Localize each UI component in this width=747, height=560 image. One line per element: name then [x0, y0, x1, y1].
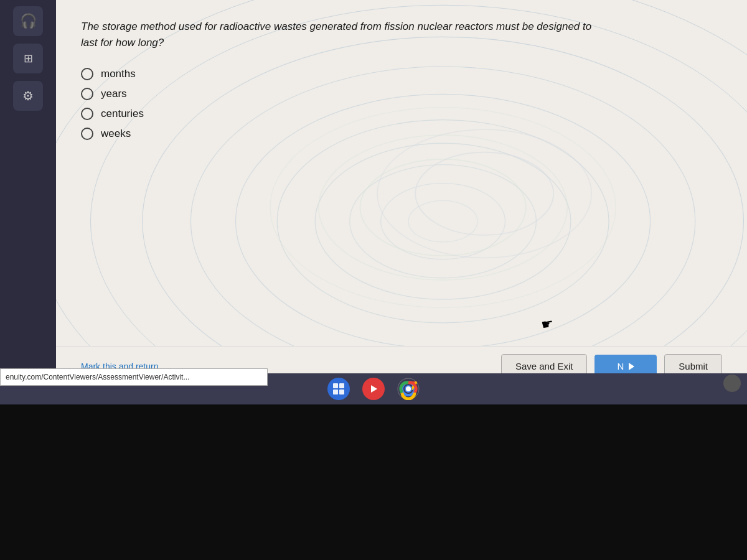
chrome-taskbar-icon[interactable]	[397, 378, 420, 400]
svg-rect-15	[333, 383, 338, 388]
next-label: N	[617, 361, 624, 371]
blue-app-icon	[332, 382, 345, 396]
option-years-label: years	[101, 88, 127, 100]
option-months[interactable]: months	[81, 68, 722, 80]
red-play-taskbar-icon[interactable]	[362, 378, 385, 400]
radio-centuries[interactable]	[81, 108, 93, 120]
option-centuries-label: centuries	[101, 108, 144, 120]
svg-point-11	[319, 135, 568, 280]
question-content: The storage method used for radioactive …	[81, 19, 722, 140]
svg-point-13	[415, 152, 553, 235]
svg-point-1	[381, 184, 505, 259]
svg-marker-19	[371, 385, 377, 393]
content-area: The storage method used for radioactive …	[56, 0, 747, 346]
bottom-right-control[interactable]	[723, 375, 741, 392]
option-years[interactable]: years	[81, 88, 722, 100]
left-sidebar: 🎧 ⊞ ⚙	[0, 0, 56, 386]
question-text: The storage method used for radioactive …	[81, 19, 610, 50]
svg-point-23	[406, 386, 411, 391]
option-months-label: months	[101, 68, 136, 80]
option-centuries[interactable]: centuries	[81, 108, 722, 120]
main-window: The storage method used for radioactive …	[56, 0, 747, 386]
option-weeks-label: weeks	[101, 128, 131, 140]
radio-weeks[interactable]	[81, 128, 93, 140]
url-bar: enuity.com/ContentViewers/AssessmentView…	[0, 368, 268, 386]
headphone-icon[interactable]: 🎧	[13, 6, 43, 36]
options-list: months years centuries weeks	[81, 68, 722, 140]
next-arrow-icon	[629, 363, 634, 370]
svg-point-4	[277, 120, 609, 323]
option-weeks[interactable]: weeks	[81, 128, 722, 140]
svg-rect-18	[339, 390, 344, 394]
play-icon	[368, 383, 379, 394]
svg-point-3	[315, 143, 571, 299]
svg-point-2	[350, 165, 537, 278]
svg-rect-16	[339, 383, 344, 388]
url-text: enuity.com/ContentViewers/AssessmentView…	[6, 373, 189, 381]
bottom-black-area	[0, 404, 747, 560]
grid-icon[interactable]: ⊞	[13, 44, 43, 73]
svg-rect-17	[333, 390, 338, 394]
blue-app-taskbar-icon[interactable]	[327, 378, 350, 400]
chrome-icon	[397, 378, 420, 400]
radio-years[interactable]	[81, 88, 93, 100]
radio-months[interactable]	[81, 68, 93, 80]
gear-icon[interactable]: ⚙	[13, 81, 43, 111]
